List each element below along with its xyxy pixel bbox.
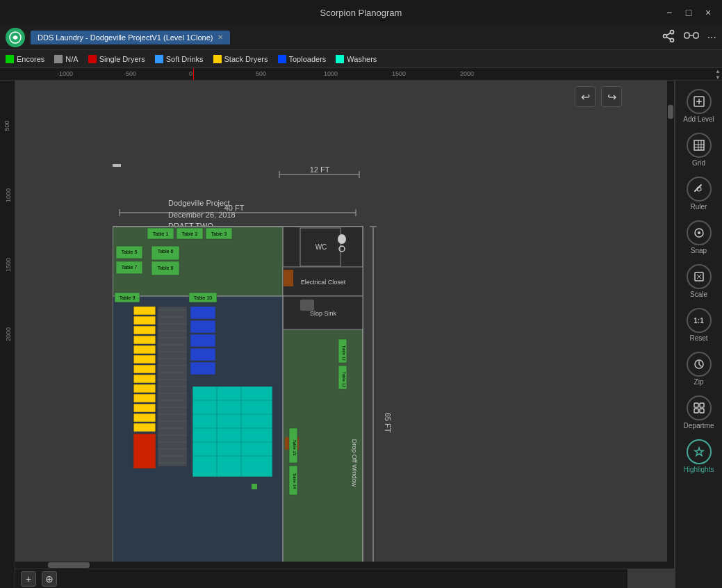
svg-rect-26 [113,164,121,167]
right-panel: Add Level Grid Ruler Snap Scale [675,81,722,588]
horizontal-scroll-thumb[interactable] [48,562,90,568]
horizontal-scrollbar[interactable] [15,562,668,569]
department-button[interactable]: Departme [678,393,720,432]
legend-soft-drinks-label: Soft Drinks [166,55,204,63]
svg-rect-65 [133,423,156,432]
v-ruler-tick-2000: 2000 [5,327,12,341]
legend-stack-dryers: Stack Dryers [213,55,268,63]
legend-toploaders-label: Toploaders [289,55,327,63]
svg-rect-7 [694,33,698,38]
reset-1-1-button[interactable]: 1:1 Reset [678,305,720,345]
window-controls: − □ × [661,4,716,21]
floor-plan[interactable]: 40 FT 12 FT 65 FT WC Electrical Closet [113,164,404,588]
close-button[interactable]: × [700,4,716,21]
legend-toploaders: Toploaders [278,55,327,63]
legend-encores-color [6,55,14,63]
svg-text:Slop Sink: Slop Sink [310,310,337,317]
svg-rect-56 [133,336,156,344]
department-label: Departme [684,422,714,430]
canvas-area[interactable]: ↩ ↪ Dodgeville Project December 26, 2018… [15,81,675,588]
legend-washers: Washers [336,55,377,63]
svg-rect-6 [684,33,689,38]
ruler-zero-line [193,68,194,80]
ruler-tick-500: 500 [256,70,266,77]
svg-line-5 [666,33,671,35]
share-button[interactable] [662,29,675,46]
svg-rect-139 [694,403,698,407]
v-ruler-tick-500: 500 [3,120,10,131]
svg-text:Table 1: Table 1 [153,231,169,236]
svg-rect-62 [133,394,156,402]
minimize-button[interactable]: − [661,4,678,21]
glasses-button[interactable] [684,31,699,44]
svg-text:Table 10: Table 10 [194,295,213,300]
svg-text:Electrical Closet: Electrical Closet [301,279,346,286]
svg-rect-140 [700,403,704,407]
legend-single-dryers-label: Single Dryers [99,55,145,63]
department-icon [687,395,712,420]
svg-rect-73 [190,362,215,375]
svg-text:Table 14: Table 14 [293,473,297,489]
svg-text:40 FT: 40 FT [224,204,245,212]
ruler-icon [687,177,712,202]
svg-rect-54 [133,316,156,325]
svg-point-2 [663,34,666,38]
horizontal-ruler: -1000 -500 0 500 1000 1500 2000 ▲ ▼ [0,68,722,81]
svg-text:Table 12: Table 12 [342,372,346,388]
zoom-in-button[interactable]: + [21,571,36,587]
ruler-button[interactable]: Ruler [678,174,720,213]
vertical-ruler: 500 1000 1500 2000 [0,81,15,588]
add-level-button[interactable]: Add Level [678,86,720,126]
redo-button[interactable]: ↪ [601,86,622,107]
ruler-scroll-up[interactable]: ▲ [714,68,722,74]
svg-rect-63 [133,404,156,412]
ruler-scroll-down[interactable]: ▼ [714,74,722,81]
ruler-label: Ruler [691,203,707,211]
add-level-icon [687,89,712,114]
tab-close-icon[interactable]: ✕ [218,33,223,41]
svg-rect-141 [694,409,698,413]
reset-1-1-icon: 1:1 [687,308,712,333]
ruler-tick-0: 0 [189,70,192,77]
project-tab[interactable]: DDS Laundry - Dodgeville ProjectV1 (Leve… [31,31,230,44]
bottom-toolbar: + ⊕ [15,569,627,588]
svg-rect-30 [284,270,293,286]
grid-label: Grid [692,159,705,167]
svg-rect-71 [190,334,215,347]
svg-rect-142 [700,409,704,413]
zoom-fit-button[interactable]: ⊕ [42,571,57,587]
svg-text:Table 8: Table 8 [158,266,174,270]
highlights-button[interactable]: Highlights [678,436,720,476]
snap-button[interactable]: Snap [678,218,720,257]
zip-button[interactable]: Zip [678,349,720,389]
tab-label: DDS Laundry - Dodgeville ProjectV1 (Leve… [38,33,213,42]
app-title: Scorpion Planogram [320,8,402,18]
legend-encores: Encores [6,55,44,63]
ruler-tick--500: -500 [124,70,136,77]
grid-icon [687,133,712,158]
svg-text:Table 11: Table 11 [342,345,346,361]
grid-button[interactable]: Grid [678,130,720,170]
undo-redo-controls: ↩ ↪ [575,86,622,107]
svg-rect-64 [133,414,156,422]
legend-encores-label: Encores [17,55,44,63]
ruler-tick-1000: 1000 [324,70,338,77]
svg-rect-55 [133,326,156,334]
ruler-scroll-arrows: ▲ ▼ [714,68,722,81]
vertical-scroll-thumb[interactable] [668,105,673,119]
undo-button[interactable]: ↩ [575,86,596,107]
vertical-scrollbar[interactable] [667,81,674,569]
svg-text:Table 2: Table 2 [182,231,198,236]
scale-button[interactable]: Scale [678,261,720,301]
reset-1-1-text: 1:1 [694,317,703,325]
svg-text:Drop Off Window: Drop Off Window [351,439,358,487]
scale-label: Scale [690,291,707,298]
svg-text:WC: WC [315,243,327,251]
more-button[interactable]: ··· [707,31,716,44]
svg-rect-59 [133,365,156,373]
svg-rect-33 [300,300,314,311]
v-ruler-tick-1500: 1500 [5,258,12,272]
svg-rect-69 [190,307,215,319]
legend-single-dryers-color [88,55,97,63]
maximize-button[interactable]: □ [680,4,697,21]
